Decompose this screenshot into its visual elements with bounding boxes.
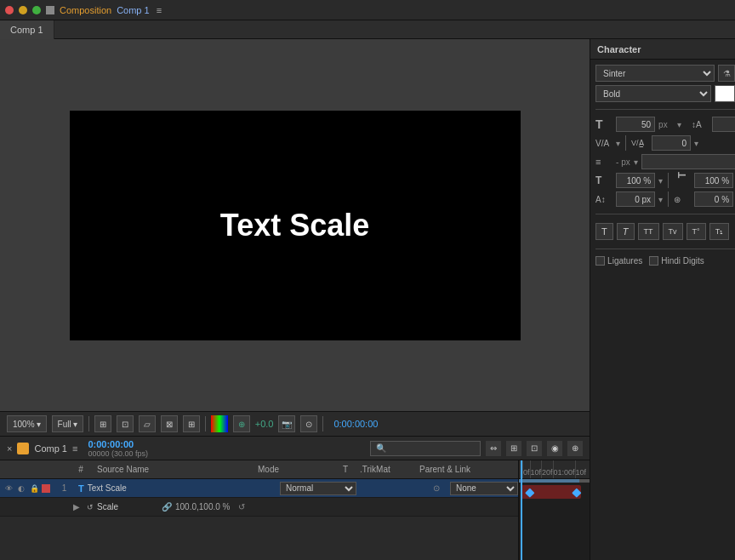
scale-v-input[interactable] <box>694 173 733 188</box>
resolution-icon-btn[interactable]: ⊡ <box>117 415 134 432</box>
canvas-area: Text Scale <box>70 111 521 340</box>
sub-layer-name: Scale <box>94 502 162 511</box>
layer-parent-select[interactable]: None <box>450 482 518 495</box>
timeline-menu-icon[interactable]: ≡ <box>72 443 77 454</box>
table-row[interactable]: 👁 ◐ 🔒 1 T Text Scale Normal <box>0 479 518 498</box>
scale-value: 100.0,100.0 % <box>172 502 234 511</box>
tracking-row: ≡ - px ▾ <box>595 154 735 169</box>
hindi-digits-checkbox[interactable] <box>649 256 658 266</box>
hindi-digits-text: Hindi Digits <box>661 256 704 266</box>
table-row: ▶ ↺ Scale 🔗 100.0,100.0 % ↺ <box>0 498 518 517</box>
tracking2-fill <box>641 154 735 169</box>
exposure-btn[interactable]: ⊕ <box>233 415 250 432</box>
baseline-input[interactable] <box>616 191 655 207</box>
character-panel-header: Character ≡ <box>590 39 735 60</box>
separator3 <box>322 416 323 431</box>
tracking-input[interactable] <box>652 135 691 151</box>
expand-icon[interactable]: ▶ <box>73 502 87 511</box>
minimize-icon[interactable] <box>19 6 27 14</box>
fit-icon-btn[interactable]: ⊞ <box>94 415 111 432</box>
font-family-row: Sinter ⚗ <box>595 65 735 82</box>
font-size-arrow[interactable]: ▾ <box>677 120 681 129</box>
scale-h-icon: T <box>595 174 612 186</box>
style-btn-T-super[interactable]: T° <box>687 223 706 240</box>
zoom-dropdown[interactable]: 100% ▾ <box>7 415 47 432</box>
safe-zones-btn[interactable]: ⊠ <box>161 415 178 432</box>
separator1 <box>595 109 735 110</box>
tab-row: Comp 1 <box>0 20 735 39</box>
col-trikmat: .TrikMat <box>356 465 416 474</box>
timeline-body: # Source Name Mode T .TrikMat Parent & L… <box>0 460 590 560</box>
zoom-chevron: ▾ <box>37 420 41 429</box>
baseline-icon: A↕ <box>595 195 612 204</box>
timeline-tools-btn2[interactable]: ⊞ <box>506 441 521 456</box>
comp-menu-icon[interactable]: ≡ <box>157 5 162 15</box>
solo-icon[interactable]: ◐ <box>16 483 26 494</box>
ligatures-text: Ligatures <box>607 256 642 266</box>
timeline-close-icon[interactable]: × <box>7 443 12 454</box>
ruler-mark-1m: 01:00f <box>553 460 575 478</box>
separator2 <box>205 416 206 431</box>
leading-input[interactable] <box>712 117 735 132</box>
tsf-input[interactable] <box>694 191 733 207</box>
scale-h-input[interactable] <box>616 173 655 188</box>
style-btn-T[interactable]: T <box>595 223 613 240</box>
tracking2-arrow[interactable]: ▾ <box>634 157 638 167</box>
link-icon-sub: 🔗 <box>162 502 172 511</box>
font-family-select[interactable]: Sinter <box>595 65 715 82</box>
top-bar: Composition Comp 1 ≡ <box>0 0 735 20</box>
col-hash: # <box>68 465 94 474</box>
keyframe1[interactable] <box>525 489 534 498</box>
playhead-top[interactable] <box>521 460 522 478</box>
grid-btn[interactable]: ⊞ <box>183 415 200 432</box>
timeline-tools-btn5[interactable]: ⊕ <box>567 441 583 456</box>
scale-row: T ▾ T ▾ <box>595 173 735 188</box>
eye-icon[interactable]: 👁 <box>3 483 14 494</box>
timeline-layers-panel: # Source Name Mode T .TrikMat Parent & L… <box>0 460 519 560</box>
lock-icon[interactable]: 🔒 <box>29 483 39 494</box>
close-icon[interactable] <box>5 6 14 14</box>
label-icon[interactable] <box>42 484 50 493</box>
scale-h-arrow[interactable]: ▾ <box>658 176 663 186</box>
style-btn-Tv[interactable]: Tv <box>663 223 683 240</box>
tracking-arrow[interactable]: ▾ <box>694 139 698 148</box>
layer-mode-select[interactable]: Normal <box>280 482 356 495</box>
crop-icon-btn[interactable]: ▱ <box>139 415 156 432</box>
ligatures-label: Ligatures <box>595 256 642 266</box>
baseline-divider <box>668 191 669 207</box>
timeline-header: × Comp 1 ≡ 0:00:00:00 00000 (30.00 fps) … <box>0 437 590 460</box>
timeline-tools-btn3[interactable]: ⊡ <box>527 441 542 456</box>
kerning-arrow[interactable]: ▾ <box>616 139 620 148</box>
comp-tab[interactable]: Comp 1 <box>0 20 54 39</box>
style-btn-T-italic[interactable]: T <box>617 223 635 240</box>
layer-track-row2 <box>519 501 590 520</box>
quality-dropdown[interactable]: Full ▾ <box>52 415 83 432</box>
timeline-tools-btn4[interactable]: ◉ <box>547 441 562 456</box>
separator2 <box>595 214 735 214</box>
font-style-select[interactable]: Bold <box>595 85 711 102</box>
tracking2-icon: ≡ <box>595 157 612 167</box>
col-source-name: Source Name <box>94 465 254 474</box>
snapshot-btn[interactable]: 📷 <box>278 415 295 432</box>
timeline-track-area[interactable]: 0f 10f 20f 01:00f 10f <box>519 460 590 560</box>
timeline-timecode: 0:00:00:00 <box>88 439 148 449</box>
eyedropper-btn[interactable]: ⚗ <box>718 65 735 82</box>
snapshot-view-btn[interactable]: ⊙ <box>300 415 317 432</box>
col-mode: Mode <box>254 465 339 474</box>
color-swatch-btn[interactable] <box>211 415 228 432</box>
ruler-mark-10: 10f <box>530 460 542 478</box>
addnum-label: +0.0 <box>255 419 274 429</box>
ligatures-checkbox[interactable] <box>595 256 605 266</box>
layer-eye-icons: 👁 ◐ 🔒 <box>0 483 54 494</box>
kerning-row: V/A ▾ V/A̲ ▾ <box>595 135 735 151</box>
baseline-arrow[interactable]: ▾ <box>658 195 663 204</box>
keyframe2[interactable] <box>572 489 581 498</box>
timeline-search-input[interactable] <box>370 441 481 456</box>
fill-swatch[interactable] <box>715 85 735 102</box>
timeline-tools-btn1[interactable]: ⇔ <box>486 441 501 456</box>
maximize-icon[interactable] <box>32 6 41 14</box>
timeline-col-headers: # Source Name Mode T .TrikMat Parent & L… <box>0 460 518 479</box>
style-btn-TT[interactable]: TT <box>638 223 659 240</box>
style-btn-T-sub[interactable]: T₁ <box>709 223 730 240</box>
font-size-input[interactable] <box>616 117 655 132</box>
